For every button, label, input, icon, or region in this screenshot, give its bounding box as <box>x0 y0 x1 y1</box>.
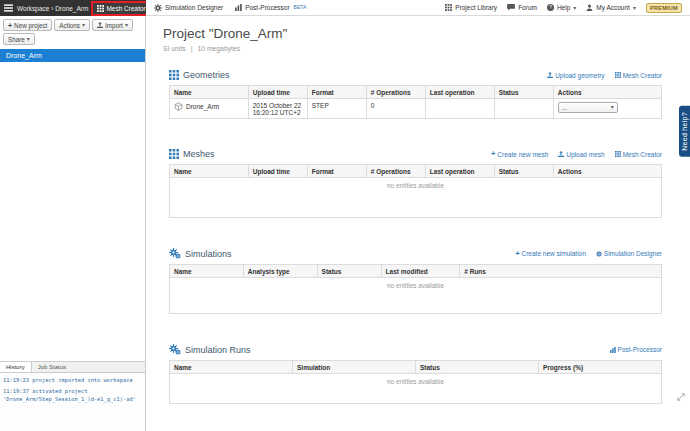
my-account-label: My Account <box>596 4 630 11</box>
project-list-item-selected[interactable]: Drone_Arm <box>0 49 145 62</box>
geometries-section: Geometries Upload geometry Mesh Creator <box>169 70 662 119</box>
create-new-simulation-label: Create new simulation <box>522 250 586 257</box>
project-meta: SI units | 10 megabytes <box>163 45 662 52</box>
actions-button[interactable]: Actions ▾ <box>54 19 90 31</box>
gears-icon <box>169 344 181 355</box>
breadcrumb[interactable]: Workspace › Drone_Arm <box>17 5 88 12</box>
column-header: Name <box>170 86 249 99</box>
simulation-runs-title: Simulation Runs <box>185 345 251 355</box>
expand-resize-icon[interactable] <box>677 387 685 405</box>
geometry-actions-dropdown[interactable]: ... ▾ <box>558 102 618 113</box>
column-header: Status <box>317 265 381 278</box>
column-header: Analysis type <box>243 265 317 278</box>
column-header: Name <box>170 361 293 374</box>
column-header: Last operation <box>425 165 494 178</box>
column-header: # Operations <box>366 165 425 178</box>
post-processor-label: Post-Processor <box>618 346 662 353</box>
meta-divider: | <box>191 45 193 52</box>
column-header: Status <box>494 165 553 178</box>
topbar-right-area: Simulation Designer Post-Processor BETA … <box>146 0 690 16</box>
grid-icon <box>97 5 104 12</box>
geometries-table: Name Upload time Format # Operations Las… <box>169 85 662 119</box>
simulation-runs-section: Simulation Runs Post-Processor Name Simu… <box>169 344 662 404</box>
column-header: Format <box>307 86 366 99</box>
column-header: Upload time <box>248 86 307 99</box>
create-new-mesh-link[interactable]: + Create new mesh <box>491 150 548 158</box>
gear-icon <box>596 251 602 257</box>
tab-mesh-creator[interactable]: Mesh Creator <box>93 3 149 14</box>
create-new-simulation-link[interactable]: + Create new simulation <box>515 250 586 258</box>
dropdown-value: ... <box>562 104 567 111</box>
geometry-upload-time: 16:20:12 UTC+2 <box>253 109 303 116</box>
column-header: Name <box>170 165 249 178</box>
need-help-tab[interactable]: Need help? <box>679 106 690 157</box>
post-processor-link[interactable]: Post-Processor <box>610 346 662 353</box>
empty-state-text: no entities available <box>170 374 662 404</box>
app-window: Workspace › Drone_Arm Mesh Creator Simul… <box>0 0 690 431</box>
tab-job-status[interactable]: Job Status <box>32 362 72 372</box>
forum-button[interactable]: Forum <box>507 4 537 11</box>
upload-icon <box>97 22 103 28</box>
project-sidebar: + New project Actions ▾ Import ▾ Share ▾… <box>0 16 146 431</box>
plus-icon: + <box>8 22 12 29</box>
new-project-label: New project <box>14 22 47 29</box>
my-account-menu[interactable]: My Account ▾ <box>586 4 636 11</box>
beta-badge: BETA <box>294 4 307 11</box>
share-button[interactable]: Share ▾ <box>3 33 35 45</box>
chevron-down-icon: ▾ <box>82 22 85 28</box>
topbar-account-area: Project Library Forum ? Help ▾ My Accoun… <box>445 3 682 13</box>
column-header: Last modified <box>381 265 460 278</box>
tab-post-processor-label: Post-Processor <box>245 4 289 11</box>
mesh-creator-link[interactable]: Mesh Creator <box>615 151 662 158</box>
mesh-creator-label: Mesh Creator <box>623 151 662 158</box>
gear-icon <box>154 4 162 12</box>
project-library-button[interactable]: Project Library <box>445 4 497 11</box>
upload-icon <box>547 72 553 78</box>
console-log: 11:19:23 project imported into workspace… <box>0 373 145 431</box>
help-menu[interactable]: ? Help ▾ <box>547 4 576 11</box>
mesh-creator-link[interactable]: Mesh Creator <box>615 72 662 79</box>
tab-mesh-creator-label: Mesh Creator <box>106 5 145 12</box>
person-icon <box>586 4 593 11</box>
chart-icon <box>235 4 242 11</box>
upload-mesh-link[interactable]: Upload mesh <box>558 151 604 158</box>
geometry-status <box>494 99 553 119</box>
log-line: 11:19:23 project imported into workspace <box>3 376 142 384</box>
column-header: # Operations <box>366 86 425 99</box>
page-title: Project "Drone_Arm" <box>163 26 662 41</box>
project-size-label: 10 megabytes <box>197 45 240 52</box>
grid-icon <box>615 72 621 78</box>
console-panel: History Job Status 11:19:23 project impo… <box>0 361 145 431</box>
simulation-designer-link[interactable]: Simulation Designer <box>596 250 662 257</box>
tab-history[interactable]: History <box>0 362 32 372</box>
new-project-button[interactable]: + New project <box>3 19 52 31</box>
mesh-creator-label: Mesh Creator <box>623 72 662 79</box>
chart-icon <box>610 347 616 353</box>
tab-simulation-designer[interactable]: Simulation Designer <box>154 4 223 12</box>
cube-icon <box>174 102 183 111</box>
column-header: Actions <box>553 165 661 178</box>
premium-badge: PREMIUM <box>646 3 682 13</box>
project-library-label: Project Library <box>455 4 497 11</box>
tab-simulation-designer-label: Simulation Designer <box>165 4 223 11</box>
geometry-table-row[interactable]: Drone_Arm 2015 October 22 16:20:12 UTC+2… <box>170 99 662 119</box>
upload-icon <box>558 151 564 157</box>
geometry-name: Drone_Arm <box>186 103 219 110</box>
hamburger-menu-icon[interactable] <box>4 4 13 12</box>
upload-geometry-link[interactable]: Upload geometry <box>547 72 605 79</box>
column-header: Name <box>170 265 244 278</box>
meshes-section: Meshes + Create new mesh Upload mesh M <box>169 149 662 218</box>
import-label: Import <box>105 22 123 29</box>
meshes-title: Meshes <box>183 149 215 159</box>
import-button[interactable]: Import ▾ <box>92 19 133 31</box>
chevron-down-icon: ▾ <box>633 5 636 11</box>
speech-bubble-icon <box>507 4 515 11</box>
chevron-down-icon: ▾ <box>573 5 576 11</box>
plus-icon: + <box>491 150 495 158</box>
column-header: Upload time <box>248 165 307 178</box>
grid-icon <box>445 4 452 11</box>
tab-post-processor[interactable]: Post-Processor BETA <box>235 4 306 11</box>
grid-icon <box>169 149 179 159</box>
sidebar-toolbar: + New project Actions ▾ Import ▾ Share ▾ <box>0 16 145 48</box>
chevron-down-icon: ▾ <box>27 36 30 42</box>
